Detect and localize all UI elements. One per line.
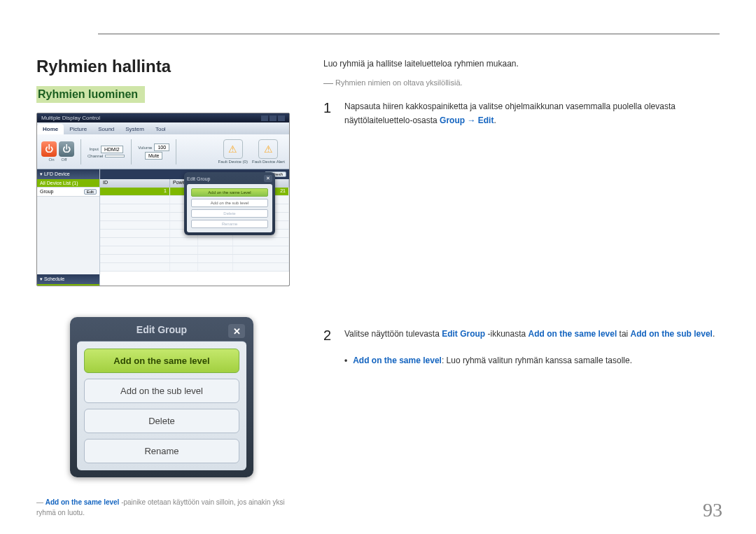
- page-number: 93: [703, 499, 722, 521]
- power-on-button[interactable]: ⏻: [41, 141, 57, 157]
- volume-label: Volume: [138, 146, 152, 150]
- fault-alert-label: Fault Device Alert: [252, 160, 285, 164]
- sidebar-all-devices[interactable]: All Device List (1): [37, 179, 99, 188]
- dialog-title-small: Edit Group: [187, 176, 210, 181]
- edit-group-dialog-large: Edit Group ✕ Add on the same level Add o…: [70, 317, 253, 477]
- step-2-text: Valitse näyttöön tulevasta Edit Group -i…: [344, 327, 715, 344]
- note-line: Ryhmien nimien on oltava yksilöllisiä.: [323, 76, 720, 90]
- tab-tool[interactable]: Tool: [150, 124, 172, 134]
- channel-field[interactable]: [105, 155, 125, 157]
- sidebar-group-label: Group: [40, 189, 53, 195]
- step-2-number: 2: [323, 327, 336, 344]
- mdc-app-title: Multiple Display Control: [41, 115, 100, 121]
- channel-label: Channel: [88, 154, 103, 158]
- dlg-btn-delete-large[interactable]: Delete: [84, 409, 239, 433]
- dlg-btn-add-same-large[interactable]: Add on the same level: [84, 349, 239, 373]
- sidebar-head-schedule[interactable]: ▾ Schedule: [37, 274, 99, 284]
- sidebar-edit-button[interactable]: Edit: [84, 189, 97, 195]
- input-label: Input: [90, 147, 99, 151]
- edit-group-dialog-small: Edit Group ✕ Add on the same Level Add o…: [184, 172, 275, 235]
- step-1-number: 1: [323, 99, 336, 128]
- mdc-screenshot: Multiple Display Control Home Picture So…: [36, 113, 290, 286]
- dialog-close-small[interactable]: ✕: [264, 175, 272, 182]
- dlg-btn-rename-large[interactable]: Rename: [84, 439, 239, 463]
- sidebar-all-schedule[interactable]: All Schedule List: [37, 284, 99, 286]
- step-1: 1 Napsauta hiiren kakkospainiketta ja va…: [323, 99, 720, 128]
- fault-device-icon[interactable]: ⚠: [223, 139, 243, 159]
- sidebar-head-lfd[interactable]: ▾ LFD Device: [37, 169, 99, 179]
- tab-picture[interactable]: Picture: [64, 124, 92, 134]
- header-rule: [98, 34, 720, 34]
- step-2: 2 Valitse näyttöön tulevasta Edit Group …: [323, 327, 720, 344]
- on-label: On: [49, 157, 55, 162]
- tab-sound[interactable]: Sound: [92, 124, 120, 134]
- dlg-btn-delete-small[interactable]: Delete: [191, 209, 268, 218]
- intro-text: Luo ryhmiä ja hallitse laiteluetteloa ry…: [323, 57, 720, 71]
- input-select[interactable]: HDMI2: [101, 146, 123, 153]
- step-1-text: Napsauta hiiren kakkospainiketta ja vali…: [344, 99, 720, 128]
- grid-cell-id[interactable]: 1: [100, 188, 170, 195]
- window-controls[interactable]: [261, 115, 285, 121]
- volume-value[interactable]: 100: [154, 143, 169, 151]
- dialog-title-large: Edit Group: [136, 324, 187, 335]
- dlg-btn-add-sub-large[interactable]: Add on the sub level: [84, 379, 239, 403]
- mute-button[interactable]: Mute: [145, 152, 163, 160]
- tab-system[interactable]: System: [120, 124, 150, 134]
- off-label: Off: [62, 157, 67, 162]
- section-subtitle: Ryhmien luominen: [36, 86, 145, 103]
- grid-header-id: ID: [100, 179, 170, 188]
- dlg-btn-rename-small[interactable]: Rename: [191, 220, 268, 228]
- fault-alert-icon[interactable]: ⚠: [258, 139, 278, 159]
- sidebar-group-row: Group Edit: [37, 188, 99, 197]
- power-off-button[interactable]: ⏻: [59, 141, 74, 157]
- dlg-btn-add-sub-small[interactable]: Add on the sub level: [191, 199, 268, 207]
- footnote: ― Add on the same level -painike otetaan…: [36, 497, 295, 518]
- page-title: Ryhmien hallinta: [36, 57, 295, 76]
- tab-home[interactable]: Home: [37, 124, 64, 134]
- dialog-close-large[interactable]: ✕: [228, 324, 245, 338]
- fault-device-label: Fault Device (0): [218, 160, 248, 164]
- bullet-line: •Add on the same level: Luo ryhmä valitu…: [344, 353, 720, 367]
- dlg-btn-add-same-small[interactable]: Add on the same Level: [191, 188, 268, 197]
